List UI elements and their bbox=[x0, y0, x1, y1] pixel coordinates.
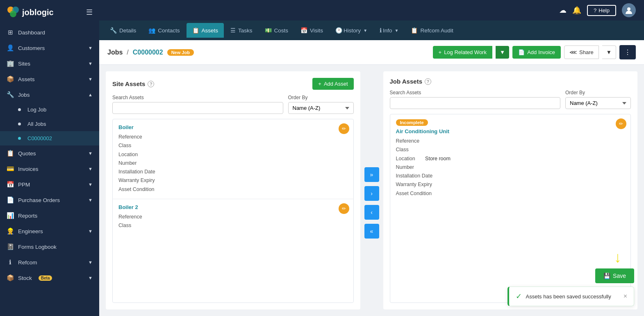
aircon-name[interactable]: Air Conditioning Unit bbox=[396, 128, 625, 134]
tab-refcom-audit[interactable]: 📋 Refcom Audit bbox=[405, 23, 459, 38]
sidebar-item-dashboard[interactable]: ⊞ Dashboard bbox=[0, 25, 99, 40]
tab-details[interactable]: 🔧 Details bbox=[104, 23, 142, 38]
sidebar-item-label: All Jobs bbox=[27, 121, 46, 127]
tab-tasks[interactable]: ☰ Tasks bbox=[225, 23, 258, 38]
sidebar-item-stock[interactable]: 📦 Stock Beta ▼ bbox=[0, 270, 99, 286]
tab-info[interactable]: ℹ Info ▼ bbox=[374, 23, 404, 38]
beta-badge: Beta bbox=[39, 275, 52, 281]
history-icon: 🕐 bbox=[335, 27, 342, 34]
share-icon: ⋘ bbox=[569, 49, 577, 55]
sidebar-item-label: Assets bbox=[18, 76, 35, 82]
tab-visits[interactable]: 📅 Visits bbox=[295, 23, 329, 38]
sidebar-item-reports[interactable]: 📊 Reports bbox=[0, 208, 99, 223]
save-button[interactable]: 💾 Save bbox=[595, 268, 634, 283]
avatar[interactable] bbox=[622, 3, 636, 17]
site-assets-order-select[interactable]: Name (A-Z) Name (Z-A) Date Added bbox=[288, 102, 354, 114]
bell-icon[interactable]: 🔔 bbox=[572, 6, 581, 15]
site-assets-search-row: Search Assets Order By Name (A-Z) Name (… bbox=[112, 95, 354, 114]
job-assets-search-row: Search Assets Order By Name (A-Z) Name (… bbox=[390, 90, 631, 109]
chevron-down-icon: ▼ bbox=[88, 198, 93, 202]
sidebar-item-label: Invoices bbox=[18, 166, 39, 172]
plus-icon: + bbox=[439, 49, 442, 55]
svg-point-3 bbox=[627, 7, 630, 11]
move-left-button[interactable]: ‹ bbox=[364, 205, 379, 220]
sidebar-item-label: Dashboard bbox=[18, 30, 45, 36]
breadcrumb-job-id[interactable]: C0000002 bbox=[133, 49, 163, 56]
move-all-left-button[interactable]: « bbox=[364, 224, 379, 239]
log-related-work-button[interactable]: + Log Related Work bbox=[433, 46, 492, 59]
page-header: Jobs / C0000002 New Job + Log Related Wo… bbox=[99, 40, 644, 65]
job-assets-search-input[interactable] bbox=[390, 97, 561, 109]
sidebar-item-label: Purchase Orders bbox=[18, 197, 60, 203]
sidebar-item-engineers[interactable]: 👷 Engineers ▼ bbox=[0, 223, 99, 239]
cloud-icon[interactable]: ☁ bbox=[559, 6, 567, 15]
more-options-button[interactable]: ⋮ bbox=[619, 45, 636, 59]
tab-contacts[interactable]: 👥 Contacts bbox=[143, 23, 185, 38]
sidebar-item-quotes[interactable]: 📋 Quotes ▼ bbox=[0, 145, 99, 161]
tab-costs[interactable]: 💵 Costs bbox=[259, 23, 294, 38]
dot-icon bbox=[18, 108, 21, 111]
sidebar-item-log-job[interactable]: Log Job bbox=[0, 102, 99, 117]
sidebar-item-customers[interactable]: 👤 Customers ▼ bbox=[0, 40, 99, 56]
toast-notification: ✓ Assets has been saved successfully × bbox=[507, 286, 634, 306]
edit-aircon-button[interactable]: ✏ bbox=[616, 118, 626, 129]
success-icon: ✓ bbox=[516, 292, 522, 301]
job-assets-order-select[interactable]: Name (A-Z) Name (Z-A) Date Added bbox=[565, 97, 631, 109]
boiler2-name[interactable]: Boiler 2 bbox=[118, 204, 348, 210]
job-assets-title: Job Assets ? bbox=[390, 78, 431, 85]
new-job-badge: New Job bbox=[167, 49, 194, 56]
job-assets-list: ✏ Incomplete Air Conditioning Unit Refer… bbox=[390, 114, 631, 303]
sidebar-item-invoices[interactable]: 💳 Invoices ▼ bbox=[0, 161, 99, 177]
tab-history[interactable]: 🕐 History ▼ bbox=[330, 23, 373, 38]
share-dropdown-button[interactable]: ▼ bbox=[602, 45, 616, 59]
tasks-icon: ☰ bbox=[230, 27, 236, 34]
logo[interactable]: joblogic bbox=[7, 6, 54, 19]
job-assets-help-icon[interactable]: ? bbox=[425, 78, 431, 85]
jobs-icon: 🔧 bbox=[7, 91, 14, 98]
site-assets-search-input[interactable] bbox=[112, 102, 283, 114]
edit-boiler2-button[interactable]: ✏ bbox=[339, 203, 349, 214]
help-button[interactable]: ? Help bbox=[587, 5, 616, 16]
hamburger-icon[interactable]: ☰ bbox=[86, 8, 93, 17]
move-right-button[interactable]: › bbox=[364, 186, 379, 201]
share-button[interactable]: ⋘ Share bbox=[564, 45, 599, 59]
add-asset-label: Add Asset bbox=[324, 81, 348, 87]
tab-assets[interactable]: 📋 Assets bbox=[187, 23, 224, 38]
job-search-assets-label: Search Assets bbox=[390, 90, 561, 95]
chevron-down-icon: ▼ bbox=[88, 61, 93, 66]
add-invoice-button[interactable]: 📄 Add Invoice bbox=[512, 46, 561, 59]
stock-icon: 📦 bbox=[7, 274, 14, 282]
sidebar-item-refcom[interactable]: ℹ Refcom ▼ bbox=[0, 255, 99, 270]
wrench-icon: 🔧 bbox=[110, 27, 117, 34]
svg-point-2 bbox=[10, 11, 16, 17]
toast-close-button[interactable]: × bbox=[624, 293, 627, 300]
sidebar-item-assets[interactable]: 📦 Assets ▼ bbox=[0, 71, 99, 87]
sidebar-item-all-jobs[interactable]: All Jobs bbox=[0, 117, 99, 131]
log-related-work-dropdown-button[interactable]: ▼ bbox=[496, 46, 509, 59]
sidebar-item-label: Customers bbox=[18, 45, 45, 51]
topbar: ☁ 🔔 ? Help bbox=[99, 0, 644, 20]
add-asset-button[interactable]: + Add Asset bbox=[312, 78, 353, 90]
save-icon: 💾 bbox=[603, 273, 610, 279]
sidebar-item-purchase-orders[interactable]: 📄 Purchase Orders ▼ bbox=[0, 192, 99, 208]
dashboard-icon: ⊞ bbox=[7, 29, 14, 36]
site-assets-list: ✏ Boiler Reference Class Location Number… bbox=[112, 119, 354, 303]
chevron-down-icon: ▼ bbox=[395, 28, 399, 33]
incomplete-badge: Incomplete bbox=[396, 119, 428, 126]
site-assets-help-icon[interactable]: ? bbox=[148, 81, 154, 87]
sidebar-item-label: Stock bbox=[18, 275, 32, 281]
move-all-right-button[interactable]: » bbox=[364, 167, 379, 182]
sidebar-item-sites[interactable]: 🏢 Sites ▼ bbox=[0, 56, 99, 71]
boiler-name[interactable]: Boiler bbox=[118, 124, 348, 130]
toast-message: Assets has been saved successfully bbox=[526, 293, 611, 300]
sidebar-item-label: Jobs bbox=[18, 92, 30, 98]
sidebar-item-c0000002[interactable]: C0000002 bbox=[0, 131, 99, 145]
double-right-arrow-icon: » bbox=[370, 171, 373, 178]
edit-boiler-button[interactable]: ✏ bbox=[339, 123, 349, 134]
sidebar-item-forms-logbook[interactable]: 📓 Forms Logbook bbox=[0, 239, 99, 255]
boiler-field-installation: Installation Date bbox=[118, 168, 348, 176]
sidebar-item-jobs[interactable]: 🔧 Jobs ▲ bbox=[0, 87, 99, 102]
sidebar-item-ppm[interactable]: 📅 PPM ▼ bbox=[0, 177, 99, 192]
assets-icon: 📦 bbox=[7, 75, 14, 83]
chevron-down-icon: ▼ bbox=[500, 49, 505, 55]
